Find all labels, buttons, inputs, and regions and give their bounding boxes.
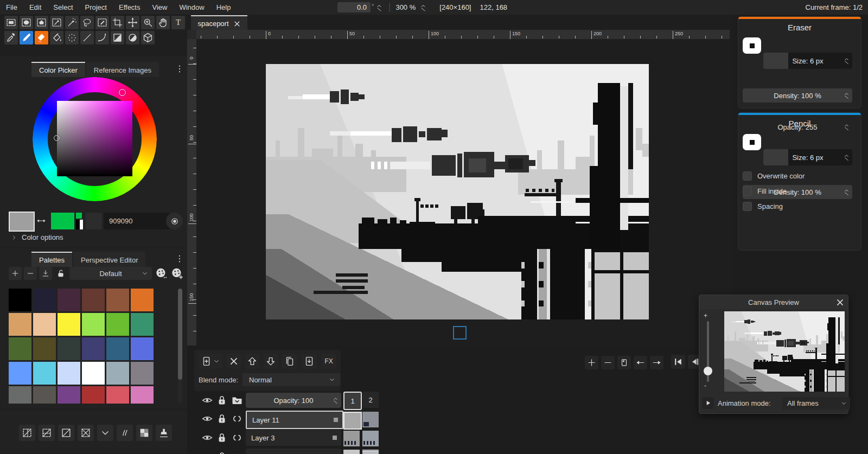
move-frame-left-button[interactable] <box>634 356 647 369</box>
menu-effects[interactable]: Effects <box>113 3 146 11</box>
tool-ellipse[interactable] <box>126 31 139 44</box>
palette-edit-icon[interactable] <box>154 266 169 280</box>
tool-zoom-tool[interactable] <box>141 16 155 29</box>
symmetry-x-button[interactable] <box>19 425 35 441</box>
pencil-size-slider[interactable]: Size: 6 px <box>763 149 852 165</box>
palette-swatch-17[interactable] <box>131 337 154 360</box>
cel-thumbnail[interactable] <box>362 450 379 454</box>
symmetry-y-button[interactable] <box>39 425 55 441</box>
tool-polygon-select[interactable] <box>35 16 48 29</box>
tool-eraser[interactable] <box>35 31 48 44</box>
checkbox-spacing[interactable] <box>743 202 752 211</box>
tool-lasso[interactable] <box>80 16 94 29</box>
preview-zoom-handle[interactable] <box>704 367 712 375</box>
animation-mode-dropdown[interactable]: All frames <box>782 397 850 410</box>
palette-swatch-23[interactable] <box>131 362 154 385</box>
palette-swatch-19[interactable] <box>33 362 56 385</box>
spinner-icon[interactable] <box>331 394 340 406</box>
palette-swatch-22[interactable] <box>106 362 129 385</box>
palette-swatch-11[interactable] <box>131 313 154 336</box>
tool-magic-wand[interactable] <box>65 16 79 29</box>
eraser-size-slider[interactable]: Size: 6 px <box>763 53 852 69</box>
palettes-menu-icon[interactable] <box>175 253 184 265</box>
layer-visibility-icon[interactable] <box>201 431 214 444</box>
lock-all-layers-icon[interactable] <box>215 394 228 407</box>
zoom-spinner-icon[interactable] <box>419 3 427 12</box>
palette-swatch-2[interactable] <box>58 289 80 311</box>
pencil-brush-button[interactable] <box>743 134 761 150</box>
eraser-brush-button[interactable] <box>743 37 761 54</box>
project-tab[interactable]: spaceport <box>191 15 247 31</box>
tool-cube[interactable] <box>141 31 155 44</box>
canvas-indicator[interactable] <box>453 326 467 340</box>
cel-thumbnail[interactable] <box>343 450 360 454</box>
toggle-all-visibility-icon[interactable] <box>201 394 214 407</box>
tool-pan[interactable] <box>156 16 170 29</box>
preview-zoom-in-label[interactable]: + <box>704 312 707 319</box>
canvas-preview-titlebar[interactable]: Canvas Preview <box>699 295 848 309</box>
tool-line[interactable] <box>80 31 94 44</box>
menu-help[interactable]: Help <box>210 3 237 11</box>
pixel-perfect-button[interactable] <box>117 425 133 441</box>
stamp-button[interactable] <box>156 425 172 441</box>
tool-ellipse-select[interactable] <box>20 16 33 29</box>
options-expand-button[interactable] <box>97 425 113 441</box>
layer-lock-icon[interactable] <box>215 412 228 425</box>
layer-row-layer-10[interactable]: Layer 10 <box>246 449 341 454</box>
menu-edit[interactable]: Edit <box>23 3 47 11</box>
spinner-icon[interactable] <box>843 121 851 133</box>
remove-frame-button[interactable] <box>601 356 615 369</box>
palette-swatch-6[interactable] <box>9 313 31 336</box>
preview-play-button[interactable] <box>702 397 714 409</box>
colorpicker-menu-icon[interactable] <box>175 63 184 75</box>
color-options-expander[interactable]: Color options <box>11 233 63 241</box>
move-frame-right-button[interactable] <box>650 356 663 369</box>
palette-swatch-21[interactable] <box>82 362 105 385</box>
layer-buffer-square[interactable] <box>333 436 337 440</box>
sv-cursor[interactable] <box>54 135 60 141</box>
palette-swatch-9[interactable] <box>82 313 105 336</box>
mini-color-default[interactable] <box>76 220 83 229</box>
frame-header-2[interactable]: 2 <box>362 392 379 408</box>
cel-thumbnail[interactable] <box>362 412 379 427</box>
palette-swatch-4[interactable] <box>106 289 129 311</box>
spinner-icon[interactable] <box>843 151 851 164</box>
cel-link-icon[interactable] <box>230 431 244 444</box>
spinner-icon[interactable] <box>843 186 851 198</box>
palette-swatch-13[interactable] <box>33 337 56 360</box>
spinner-icon[interactable] <box>843 54 851 67</box>
eyedropper-button[interactable] <box>86 213 102 229</box>
add-frame-button[interactable] <box>585 356 598 369</box>
alpha-lock-button[interactable] <box>136 425 152 441</box>
close-preview-icon[interactable] <box>835 298 845 307</box>
palette-swatch-28[interactable] <box>106 386 129 404</box>
add-layer-button[interactable] <box>199 354 222 369</box>
active-color-swatch[interactable] <box>9 212 35 232</box>
tool-text-tool[interactable]: T <box>171 16 185 29</box>
palette-swatch-8[interactable] <box>58 313 80 336</box>
palette-select-dropdown[interactable]: Default <box>69 267 152 280</box>
tab-palettes[interactable]: Palettes <box>31 252 72 267</box>
cel-thumbnail[interactable] <box>343 412 362 430</box>
clone-frame-button[interactable] <box>617 356 631 369</box>
rotation-input[interactable]: 0.0 <box>337 2 371 12</box>
palette-import-button[interactable] <box>39 267 52 280</box>
menu-view[interactable]: View <box>146 3 173 11</box>
swap-colors-icon[interactable] <box>34 216 48 226</box>
palette-swatch-27[interactable] <box>82 386 105 404</box>
menu-select[interactable]: Select <box>47 3 79 11</box>
tool-select-by-color[interactable] <box>50 16 63 29</box>
palette-swatch-26[interactable] <box>58 386 80 404</box>
move-layer-down-button[interactable] <box>264 354 278 369</box>
spinner-icon[interactable] <box>843 89 851 101</box>
cel-link-icon[interactable] <box>230 450 244 454</box>
menu-window[interactable]: Window <box>173 3 210 11</box>
tab-color-picker[interactable]: Color Picker <box>31 62 85 77</box>
go-first-frame-button[interactable] <box>671 355 685 369</box>
tool-rectangle[interactable] <box>111 31 124 44</box>
layer-lock-icon[interactable] <box>215 431 228 444</box>
palette-swatch-0[interactable] <box>9 289 31 311</box>
tab-perspective-editor[interactable]: Perspective Editor <box>73 252 146 267</box>
preview-zoom-out-label[interactable]: - <box>704 382 706 389</box>
checkbox-overwrite-color[interactable] <box>743 171 752 181</box>
